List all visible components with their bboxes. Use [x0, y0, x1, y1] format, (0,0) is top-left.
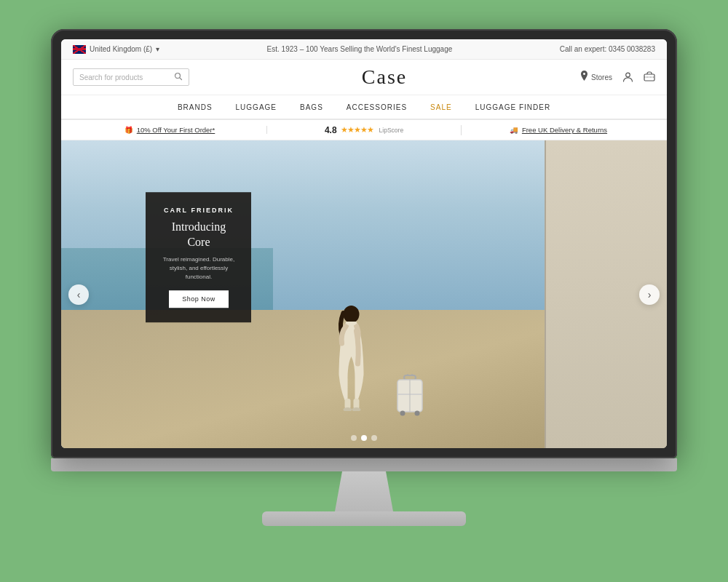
- card-brand: CARL FRIEDRIK: [162, 207, 235, 214]
- phone-info: Call an expert: 0345 0038283: [560, 45, 655, 53]
- svg-point-2: [626, 73, 630, 77]
- location-pin-icon: [579, 71, 589, 84]
- rating-value: 4.8: [325, 125, 337, 135]
- slide-dot-1[interactable]: [351, 435, 357, 441]
- stars-icon: ★★★★★: [341, 125, 373, 135]
- nav-item-bags[interactable]: BAGS: [300, 103, 323, 111]
- main-nav: BRANDS LUGGAGE BAGS ACCESSORIES SALE LUG…: [61, 95, 667, 120]
- wall-edge: [545, 140, 546, 448]
- svg-point-8: [344, 407, 352, 411]
- search-placeholder: Search for products: [79, 73, 174, 81]
- uk-flag-icon: [73, 45, 86, 54]
- nav-item-luggage[interactable]: LUGGAGE: [236, 103, 277, 111]
- hero-slider: CARL FRIEDRIK Introducing Core Travel re…: [61, 140, 667, 448]
- stores-label: Stores: [591, 73, 612, 81]
- phone-number: 0345 0038283: [609, 45, 655, 53]
- truck-icon: 🚚: [510, 126, 518, 134]
- search-icon[interactable]: [174, 72, 183, 82]
- site-logo[interactable]: Case: [362, 65, 407, 89]
- svg-point-14: [400, 410, 405, 415]
- svg-rect-7: [354, 399, 360, 409]
- region-label: United Kingdom (£): [90, 45, 152, 53]
- promo-rating: 4.8 ★★★★★ LipScore: [267, 125, 462, 135]
- phone-label: Call an expert:: [560, 45, 606, 53]
- svg-point-9: [352, 407, 361, 411]
- lipscore-icon: LipScore: [379, 127, 404, 134]
- bag-link[interactable]: [644, 71, 655, 83]
- svg-line-1: [180, 78, 182, 80]
- gift-icon: 🎁: [124, 126, 133, 134]
- delivery-link[interactable]: Free UK Delivery & Returns: [522, 126, 607, 134]
- tagline: Est. 1923 – 100 Years Selling the World'…: [267, 45, 453, 53]
- promo-delivery: 🚚 Free UK Delivery & Returns: [462, 126, 655, 134]
- search-bar[interactable]: Search for products: [73, 68, 189, 86]
- monitor-bezel: United Kingdom (£) ▾ Est. 1923 – 100 Yea…: [51, 29, 677, 458]
- next-slide-button[interactable]: ›: [639, 284, 660, 305]
- promo-bar: 🎁 10% Off Your First Order* 4.8 ★★★★★ Li…: [61, 120, 667, 140]
- nav-item-accessories[interactable]: ACCESSORIES: [347, 103, 407, 111]
- user-icon: [622, 71, 633, 84]
- person-figure: [332, 306, 372, 411]
- nav-item-luggage-finder[interactable]: LUGGAGE FINDER: [475, 103, 550, 111]
- prev-slide-button[interactable]: ‹: [68, 284, 89, 305]
- slide-dot-2[interactable]: [361, 435, 367, 441]
- region-selector[interactable]: United Kingdom (£) ▾: [73, 45, 159, 54]
- monitor-wrapper: United Kingdom (£) ▾ Est. 1923 – 100 Yea…: [51, 29, 677, 553]
- nav-item-brands[interactable]: BRANDS: [178, 103, 213, 111]
- slide-dot-3[interactable]: [371, 435, 377, 441]
- chevron-down-icon: ▾: [156, 45, 159, 53]
- stores-link[interactable]: Stores: [579, 71, 612, 84]
- hero-card: CARL FRIEDRIK Introducing Core Travel re…: [146, 192, 251, 323]
- svg-point-5: [344, 306, 360, 323]
- card-description: Travel reimagined. Durable, stylish, and…: [162, 256, 235, 282]
- discount-link[interactable]: 10% Off Your First Order*: [137, 126, 215, 134]
- monitor-base: [262, 511, 466, 526]
- card-title: Introducing Core: [162, 220, 235, 250]
- shop-now-button[interactable]: Shop Now: [169, 291, 229, 308]
- monitor-neck: [328, 471, 400, 511]
- suitcase-figure: [395, 374, 425, 418]
- svg-rect-6: [345, 399, 351, 409]
- account-link[interactable]: [622, 71, 633, 84]
- header-actions: Stores: [579, 71, 655, 84]
- svg-rect-10: [404, 375, 416, 380]
- briefcase-icon: [644, 71, 655, 83]
- site-header: Search for products Case: [61, 60, 667, 95]
- top-bar: United Kingdom (£) ▾ Est. 1923 – 100 Yea…: [61, 39, 667, 60]
- slide-indicators: [351, 435, 377, 441]
- monitor-chin: [51, 458, 677, 471]
- monitor-screen: United Kingdom (£) ▾ Est. 1923 – 100 Yea…: [61, 39, 667, 448]
- nav-item-sale[interactable]: SALE: [430, 103, 452, 111]
- svg-point-15: [414, 410, 419, 415]
- promo-discount: 🎁 10% Off Your First Order*: [73, 126, 267, 134]
